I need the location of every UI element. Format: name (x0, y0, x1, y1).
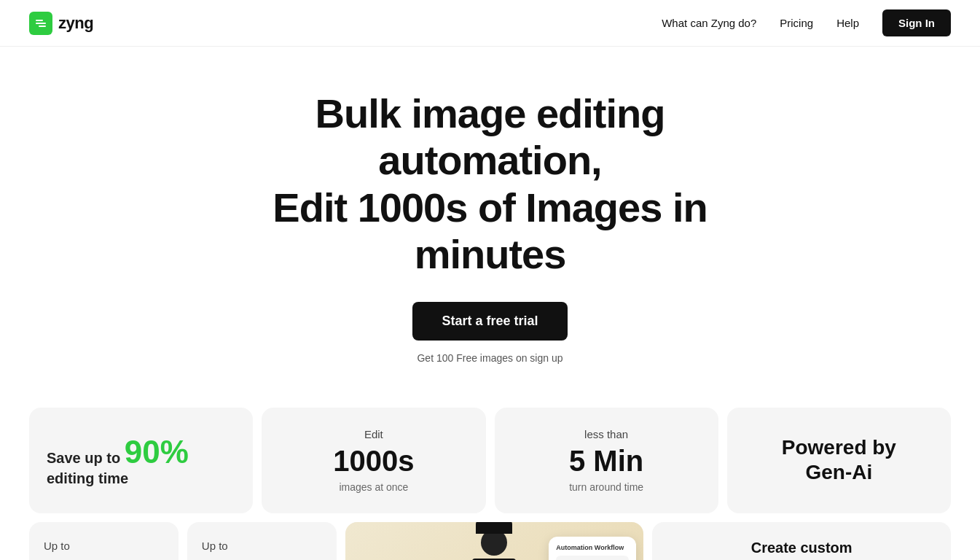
automation-title: Create custom (670, 540, 933, 556)
fashion-mockup: Automation Workflow Remove BG ↓ Crop Bod… (345, 522, 644, 560)
fashion-figure (454, 529, 534, 560)
navbar: zyng What can Zyng do? Pricing Help Sign… (0, 0, 980, 47)
nav-links: What can Zyng do? Pricing Help Sign In (662, 9, 951, 36)
nav-help[interactable]: Help (836, 17, 859, 29)
powered-card: Powered by Gen-Ai (727, 408, 951, 513)
nav-what-zyng[interactable]: What can Zyng do? (662, 17, 756, 29)
hero-headline: Bulk image editing automation, Edit 1000… (199, 90, 782, 279)
turnaround-value: 5 Min (512, 445, 701, 477)
automation-card: Create custom Automation workflows Remov… (652, 522, 951, 560)
accuracy-label: Up to (202, 540, 322, 552)
logo[interactable]: zyng (29, 12, 93, 35)
workflow-item-0: Remove BG (556, 556, 629, 560)
turnaround-label-top: less than (512, 428, 701, 440)
edit-label: Edit (279, 428, 468, 440)
edit-images-card: Edit 1000s images at once (262, 408, 485, 513)
hero-section: Bulk image editing automation, Edit 1000… (0, 47, 980, 393)
save-time-suffix: editing time (47, 470, 128, 486)
logo-text: zyng (58, 14, 93, 33)
save-time-value: 90% (125, 434, 189, 470)
turnaround-card: less than 5 Min turn around time (495, 408, 718, 513)
cards-row-1: Save up to 90% editing time Edit 1000s i… (0, 393, 980, 513)
cost-label: Up to (44, 540, 164, 552)
fashion-workflow-card: Automation Workflow Remove BG ↓ Crop Bod… (345, 522, 644, 560)
powered-line1: Powered by (782, 435, 896, 460)
cta-trial-button[interactable]: Start a free trial (412, 302, 567, 341)
cards-row-2: Up to 98% cost effective Up to 99.5% acc… (0, 522, 980, 560)
cost-effective-card: Up to 98% cost effective (29, 522, 179, 560)
signin-button[interactable]: Sign In (882, 9, 951, 36)
hero-headline-line2: Edit 1000s of Images in minutes (273, 184, 707, 277)
edit-sub: images at once (279, 481, 468, 493)
nav-pricing[interactable]: Pricing (780, 17, 813, 29)
workflow-panel-title: Automation Workflow (556, 544, 629, 551)
hero-subtext: Get 100 Free images on sign up (29, 352, 951, 364)
save-time-card: Save up to 90% editing time (29, 408, 253, 513)
turnaround-sub: turn around time (512, 481, 701, 493)
hero-headline-line1: Bulk image editing automation, (315, 90, 665, 183)
accuracy-card: Up to 99.5% accuracy (187, 522, 337, 560)
workflow-panel: Automation Workflow Remove BG ↓ Crop Bod… (549, 537, 636, 560)
cost-value: 98% (44, 556, 164, 560)
accuracy-value: 99.5% (202, 556, 322, 560)
logo-icon (29, 12, 52, 35)
save-time-prefix: Save up to (47, 450, 120, 466)
edit-value: 1000s (279, 445, 468, 477)
powered-line2: Gen-Ai (782, 460, 896, 485)
